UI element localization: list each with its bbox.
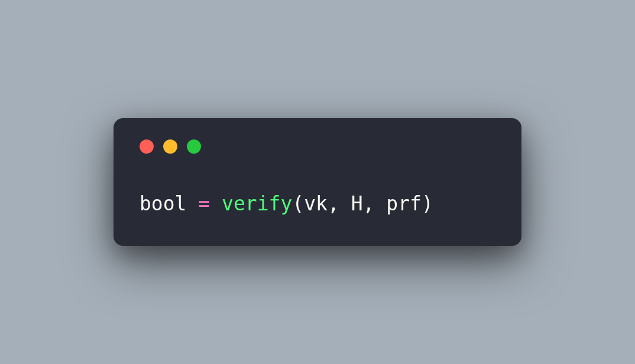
code-space bbox=[339, 192, 351, 215]
code-comma: , bbox=[328, 192, 339, 215]
code-function: verify bbox=[222, 192, 292, 215]
traffic-lights bbox=[140, 139, 495, 154]
code-space bbox=[186, 192, 198, 215]
code-line: bool = verify(vk, H, prf) bbox=[140, 190, 495, 217]
code-comma: , bbox=[363, 192, 375, 215]
zoom-icon[interactable] bbox=[187, 139, 201, 154]
close-icon[interactable] bbox=[140, 139, 154, 154]
code-paren-close: ) bbox=[422, 192, 433, 215]
code-operator: = bbox=[198, 192, 210, 215]
code-arg: prf bbox=[386, 192, 422, 215]
code-variable: bool bbox=[140, 192, 186, 215]
code-window: bool = verify(vk, H, prf) bbox=[114, 118, 521, 246]
code-arg: vk bbox=[304, 192, 328, 215]
code-space bbox=[210, 192, 222, 215]
code-space bbox=[374, 192, 386, 215]
code-arg: H bbox=[351, 192, 363, 215]
minimize-icon[interactable] bbox=[163, 139, 177, 154]
code-paren-open: ( bbox=[292, 192, 304, 215]
